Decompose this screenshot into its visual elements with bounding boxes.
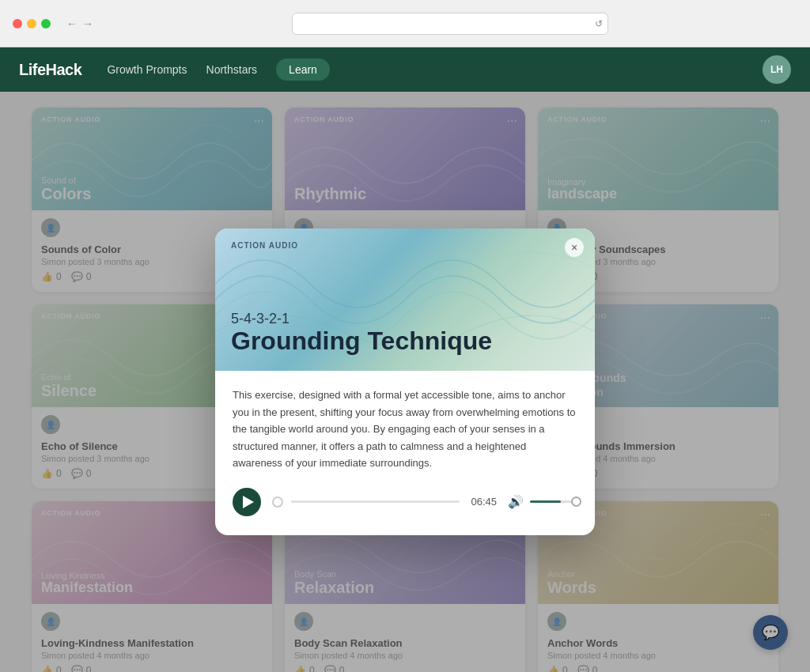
modal-title: Grounding Technique <box>231 327 492 355</box>
main-content: ACTION AUDIO ··· Sound of Colors 👤 Sound… <box>0 92 810 672</box>
audio-modal: ACTION AUDIO × 5-4-3-2-1 Grounding Techn… <box>215 228 595 534</box>
volume-fill <box>530 500 561 503</box>
minimize-button[interactable] <box>27 19 36 28</box>
progress-knob[interactable] <box>272 496 283 508</box>
app-header: LifeHack Growth Prompts Northstars Learn… <box>0 47 810 92</box>
main-nav: Growth Prompts Northstars Learn <box>107 59 737 81</box>
modal-header-image: ACTION AUDIO × 5-4-3-2-1 Grounding Techn… <box>215 228 595 371</box>
modal-title-area: 5-4-3-2-1 Grounding Technique <box>231 311 492 355</box>
traffic-lights <box>13 19 51 28</box>
close-button[interactable] <box>13 19 22 28</box>
modal-subtitle: 5-4-3-2-1 <box>231 311 492 327</box>
back-button[interactable]: ← <box>66 17 78 30</box>
modal-label: ACTION AUDIO <box>231 241 298 250</box>
nav-growth-prompts[interactable]: Growth Prompts <box>107 63 187 76</box>
audio-player: 06:45 🔊 <box>233 488 577 516</box>
play-button[interactable] <box>233 488 261 516</box>
nav-northstars[interactable]: Northstars <box>206 63 258 76</box>
nav-arrows: ← → <box>66 17 93 30</box>
modal-description: This exercise, designed with a formal ye… <box>233 387 577 471</box>
volume-icon: 🔊 <box>508 494 524 509</box>
user-avatar[interactable]: LH <box>763 55 791 84</box>
browser-chrome: ← → ↺ <box>0 0 810 47</box>
time-display: 06:45 <box>471 496 497 508</box>
progress-container <box>272 496 460 508</box>
play-icon <box>243 496 254 508</box>
volume-track[interactable] <box>530 500 577 503</box>
forward-button[interactable]: → <box>82 17 93 30</box>
reload-button[interactable]: ↺ <box>595 18 603 29</box>
app-logo: LifeHack <box>19 61 81 79</box>
volume-container: 🔊 <box>508 494 577 509</box>
modal-backdrop: ACTION AUDIO × 5-4-3-2-1 Grounding Techn… <box>0 92 810 672</box>
nav-learn[interactable]: Learn <box>276 59 330 81</box>
modal-body: This exercise, designed with a formal ye… <box>215 371 595 534</box>
volume-knob[interactable] <box>571 496 581 507</box>
progress-track[interactable] <box>291 500 460 503</box>
address-bar[interactable]: ↺ <box>292 13 608 35</box>
maximize-button[interactable] <box>41 19 51 28</box>
